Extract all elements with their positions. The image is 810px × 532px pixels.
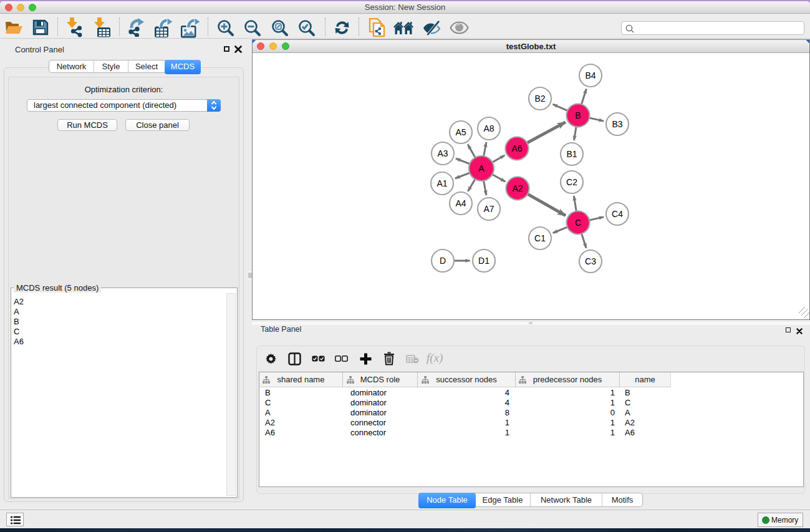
svg-text:A5: A5 [455,127,466,137]
svg-text:A4: A4 [455,198,466,208]
svg-text:B2: B2 [534,94,545,104]
svg-text:A2: A2 [512,183,523,193]
svg-text:C1: C1 [534,233,546,243]
svg-text:C3: C3 [585,256,596,266]
svg-text:B3: B3 [612,119,622,129]
svg-text:B1: B1 [566,149,577,159]
svg-text:A: A [478,163,485,173]
svg-text:D1: D1 [478,256,489,266]
svg-text:A6: A6 [511,143,522,153]
svg-text:B4: B4 [585,70,595,80]
svg-text:B: B [575,110,581,120]
svg-text:A1: A1 [436,178,447,188]
svg-text:D: D [440,256,446,266]
svg-text:A3: A3 [437,148,448,158]
svg-text:C: C [575,218,581,228]
svg-text:A7: A7 [483,204,494,214]
svg-text:A8: A8 [483,123,494,133]
svg-text:C4: C4 [612,209,623,219]
svg-text:C2: C2 [566,177,577,187]
